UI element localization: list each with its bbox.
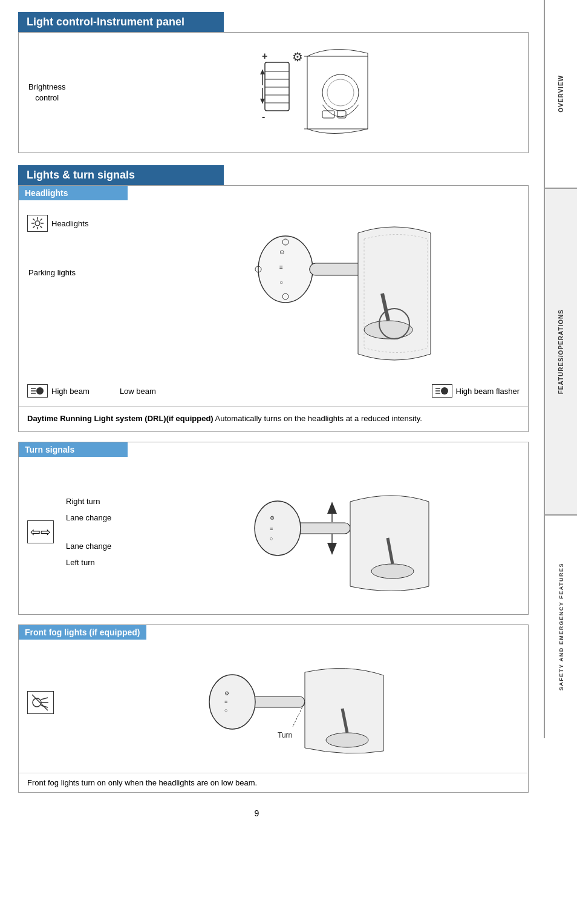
turn-signal-labels: Right turn Lane change Lane change Left … — [66, 497, 145, 567]
svg-line-26 — [41, 219, 42, 221]
svg-line-24 — [33, 219, 35, 221]
high-beam-label: High beam — [51, 387, 90, 396]
lane-change-up-label: Lane change — [66, 513, 145, 522]
sidebar-overview: OVERVIEW — [544, 0, 577, 188]
svg-point-47 — [441, 387, 448, 395]
light-control-header: Light control-Instrument panel — [18, 12, 224, 32]
svg-marker-55 — [327, 543, 337, 555]
drl-bold: Daytime Running Light system (DRL)(if eq… — [27, 414, 214, 423]
svg-line-25 — [41, 226, 42, 228]
sidebar-features-text: FEATURES/OPERATIONS — [558, 309, 564, 394]
svg-text:≡: ≡ — [270, 526, 273, 532]
brightness-diagram: + - ⚙ — [83, 44, 518, 141]
headlights-label-group: Headlights — [27, 215, 124, 232]
sidebar-overview-text: OVERVIEW — [558, 75, 564, 113]
headlights-diagram: ⊙ ≡ ○ — [136, 209, 520, 378]
drl-normal: Automatically turns on the headlights at… — [214, 414, 422, 423]
svg-text:-: - — [262, 111, 265, 122]
svg-rect-1 — [265, 62, 289, 111]
light-control-section: Light control-Instrument panel Brightnes… — [18, 12, 529, 153]
svg-line-60 — [41, 698, 48, 700]
svg-marker-53 — [327, 502, 337, 514]
lane-change-down-label: Lane change — [66, 542, 145, 551]
svg-point-15 — [322, 74, 359, 111]
fog-light-icon — [27, 691, 54, 714]
headlights-control-svg: ⊙ ≡ ○ — [213, 209, 443, 378]
svg-point-28 — [258, 236, 313, 303]
sidebar: OVERVIEW FEATURES/OPERATIONS SAFETY AND … — [544, 0, 577, 924]
svg-text:⊙: ⊙ — [279, 249, 284, 255]
sidebar-features: FEATURES/OPERATIONS — [544, 188, 577, 514]
svg-text:Turn: Turn — [278, 731, 292, 739]
fog-lights-section: Front fog lights (if equipped) — [18, 624, 529, 793]
svg-text:⚙: ⚙ — [270, 515, 275, 521]
svg-text:⚙: ⚙ — [224, 690, 229, 696]
headlights-icon — [27, 215, 48, 232]
high-beam-group: High beam — [27, 384, 90, 398]
headlights-section: Headlights — [18, 185, 529, 432]
sidebar-safety-text: SAFETY AND EMERGENCY FEATURES — [558, 563, 564, 690]
svg-point-19 — [35, 221, 40, 226]
brightness-label: Brightnesscontrol — [28, 82, 65, 103]
fog-light-icon-box — [27, 691, 54, 714]
turn-signals-content: ⇦⇨ Right turn Lane change Lane change Le… — [19, 457, 528, 614]
fog-footer-text: Front fog lights turn on only when the h… — [19, 773, 528, 792]
high-beam-flasher-group: High beam flasher — [432, 384, 520, 398]
brightness-control-svg: + - ⚙ — [210, 44, 392, 141]
headlights-subheader: Headlights — [19, 186, 128, 200]
svg-point-69 — [326, 733, 368, 747]
low-beam-label: Low beam — [120, 387, 156, 396]
svg-point-43 — [36, 387, 44, 395]
svg-point-57 — [371, 564, 414, 578]
turn-signals-subheader: Turn signals — [19, 442, 128, 457]
svg-line-27 — [33, 226, 35, 228]
turn-signal-svg: ⚙ ≡ ○ — [241, 465, 435, 598]
high-beam-flasher-icon — [432, 384, 452, 398]
svg-text:≡: ≡ — [224, 699, 227, 705]
turn-signal-icon: ⇦⇨ — [27, 520, 54, 543]
turn-signal-icon-box: ⇦⇨ — [27, 520, 54, 543]
headlights-text: Headlights — [51, 219, 88, 228]
turn-signals-section: Turn signals ⇦⇨ Right turn Lane change L… — [18, 442, 529, 615]
svg-text:⚙: ⚙ — [292, 50, 303, 64]
svg-text:+: + — [262, 51, 267, 61]
parking-lights-label: Parking lights — [28, 268, 124, 277]
turn-signal-diagram: ⚙ ≡ ○ — [157, 465, 520, 598]
svg-point-65 — [209, 675, 255, 729]
lights-section: Lights & turn signals Headlights — [18, 165, 529, 793]
svg-text:○: ○ — [279, 279, 283, 286]
svg-point-16 — [327, 79, 354, 106]
svg-text:○: ○ — [270, 536, 273, 542]
svg-point-37 — [364, 321, 412, 339]
headlights-content: Headlights Parking lights — [19, 200, 528, 406]
left-turn-label: Left turn — [66, 558, 145, 567]
right-turn-label: Right turn — [66, 497, 145, 506]
drl-text: Daytime Running Light system (DRL)(if eq… — [19, 406, 528, 431]
high-beam-flasher-label: High beam flasher — [456, 387, 520, 396]
lights-header: Lights & turn signals — [18, 165, 224, 185]
fog-light-svg: ⚙ ≡ ○ Turn — [196, 648, 390, 757]
high-beam-icon — [27, 384, 48, 398]
fog-lights-subheader: Front fog lights (if equipped) — [19, 625, 146, 640]
fog-light-diagram: ⚙ ≡ ○ Turn — [66, 648, 520, 757]
svg-point-49 — [255, 501, 301, 555]
page-number: 9 — [18, 802, 495, 824]
svg-text:≡: ≡ — [279, 264, 283, 270]
fog-lights-content: ⚙ ≡ ○ Turn — [19, 640, 528, 773]
beam-labels-row: High beam Low beam — [27, 384, 520, 398]
sidebar-safety: SAFETY AND EMERGENCY FEATURES — [544, 514, 577, 738]
svg-text:○: ○ — [224, 707, 227, 713]
